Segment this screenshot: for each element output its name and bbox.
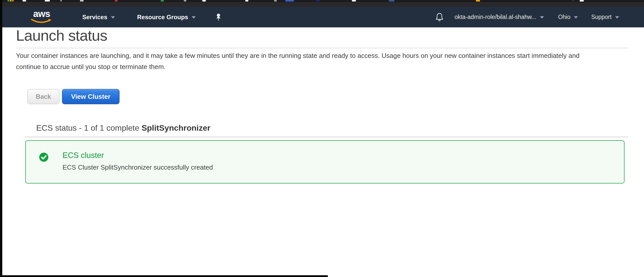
menu-icon	[80, 0, 84, 2]
menu-icon-orange	[476, 0, 480, 2]
nav-notifications-button[interactable]	[435, 13, 444, 22]
menu-divider	[573, 0, 573, 2]
check-circle-icon	[39, 152, 49, 162]
menu-icon-blue	[285, 0, 294, 2]
menu-icon	[352, 0, 356, 2]
view-cluster-button[interactable]: View Cluster	[62, 89, 119, 104]
success-card-title: ECS cluster	[63, 151, 104, 160]
nav-user-menu[interactable]: okta-admin-role/bilal.al-shahw...	[454, 14, 544, 20]
menu-icon	[580, 0, 584, 2]
ecs-status-heading: ECS status - 1 of 1 complete SplitSynchr…	[36, 123, 210, 133]
nav-support-menu[interactable]: Support	[591, 14, 619, 20]
ecs-status-heading-prefix: ECS status - 1 of 1 complete	[36, 123, 142, 132]
nav-services-menu[interactable]: Services	[82, 14, 115, 21]
nav-region-menu[interactable]: Ohio	[558, 14, 578, 20]
aws-console-page: aws Services Resource Groups	[0, 0, 644, 277]
nav-resource-groups-menu[interactable]: Resource Groups	[137, 14, 196, 21]
menu-icon	[245, 0, 248, 2]
launch-description-line2: continue to accrue until you stop or ter…	[16, 63, 166, 71]
nav-user-label: okta-admin-role/bilal.al-shahw...	[454, 14, 536, 20]
aws-smile-icon	[31, 19, 52, 25]
nav-pin-shortcut-button[interactable]	[215, 13, 222, 21]
window-bottom-edge	[0, 275, 328, 277]
menu-icon	[45, 0, 50, 2]
nav-resource-groups-label: Resource Groups	[137, 14, 188, 21]
back-button[interactable]: Back	[27, 89, 59, 104]
nav-services-label: Services	[82, 14, 107, 21]
menu-icon	[274, 0, 277, 2]
aws-logo[interactable]: aws	[31, 10, 52, 25]
ecs-cluster-success-card: ECS cluster ECS Cluster SplitSynchronize…	[25, 140, 625, 183]
ecs-status-cluster-name: SplitSynchronizer	[142, 123, 210, 132]
success-card-message: ECS Cluster SplitSynchronizer successful…	[63, 164, 213, 171]
chevron-down-icon	[574, 16, 578, 19]
launch-description-line1: Your container instances are launching, …	[16, 52, 579, 60]
aws-logo-text: aws	[33, 9, 50, 19]
chevron-down-icon	[615, 16, 619, 19]
menu-icon	[61, 0, 62, 2]
menu-icon	[23, 0, 26, 2]
menu-icon	[184, 0, 186, 2]
success-check-wrap	[39, 152, 49, 162]
macos-menubar-strip	[0, 0, 644, 7]
aws-nav-bar: aws Services Resource Groups	[2, 7, 644, 28]
app-dot-yellow	[10, 0, 11, 2]
menu-icon-green	[161, 0, 164, 2]
window-left-edge	[0, 0, 2, 277]
bell-icon	[435, 13, 444, 22]
app-dot-orange	[12, 0, 14, 2]
menu-icon-blue	[389, 0, 394, 2]
nav-region-label: Ohio	[558, 14, 571, 20]
title-divider	[16, 48, 628, 48]
chevron-down-icon	[192, 16, 196, 19]
pin-icon	[215, 13, 222, 21]
ecs-status-divider	[25, 137, 628, 137]
page-title: Launch status	[16, 27, 107, 44]
app-dot-green	[8, 0, 9, 2]
macos-menubar-icons-row	[0, 0, 644, 2]
chevron-down-icon	[540, 16, 544, 19]
chevron-down-icon	[111, 16, 115, 19]
menu-icon	[202, 0, 206, 2]
menu-icon-darkblue	[316, 0, 320, 2]
nav-support-label: Support	[591, 14, 612, 20]
menu-icon-red	[115, 0, 117, 2]
